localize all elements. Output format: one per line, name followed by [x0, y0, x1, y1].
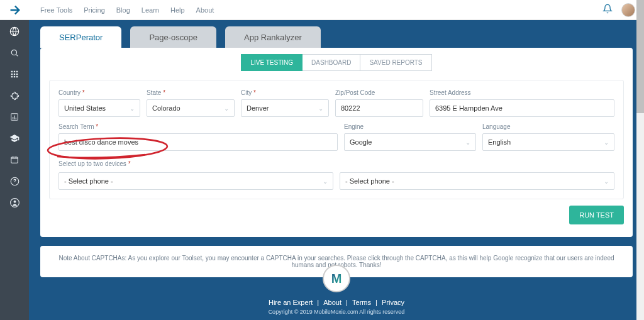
chevron-down-icon: ⌄ [323, 178, 328, 185]
question-icon[interactable] [9, 176, 19, 186]
top-bar: Free Tools Pricing Blog Learn Help About [0, 0, 644, 20]
chevron-down-icon: ⌄ [130, 105, 135, 112]
top-nav: Free Tools Pricing Blog Learn Help About [40, 6, 214, 14]
svg-rect-10 [16, 76, 18, 77]
footer-logo: M [323, 265, 350, 292]
search-term-input[interactable] [58, 133, 338, 151]
svg-rect-5 [11, 74, 13, 75]
svg-point-18 [13, 200, 16, 202]
subtab-dashboard[interactable]: DASHBOARD [303, 54, 360, 71]
scrollbar[interactable] [636, 0, 644, 320]
svg-rect-6 [14, 74, 15, 75]
language-label: Language [482, 123, 614, 130]
svg-rect-13 [14, 116, 14, 119]
devices-label: Select up to two devices * [58, 160, 131, 167]
search-icon[interactable] [9, 48, 19, 58]
street-label: Street Address [430, 89, 614, 96]
top-nav-help[interactable]: Help [170, 6, 185, 14]
grid-icon[interactable] [9, 69, 19, 79]
footer-link-hire[interactable]: Hire an Expert [269, 299, 313, 306]
bell-icon[interactable] [602, 4, 613, 16]
grad-cap-icon[interactable] [9, 133, 19, 143]
form-panel: Country * United States⌄ State * Colorad… [49, 80, 624, 199]
device1-select[interactable]: - Select phone -⌄ [58, 172, 333, 190]
svg-rect-3 [14, 71, 15, 72]
svg-rect-14 [16, 118, 16, 119]
top-nav-learn[interactable]: Learn [142, 6, 159, 14]
svg-rect-2 [11, 71, 13, 72]
tab-serperator[interactable]: SERPerator [40, 26, 121, 48]
panel: LIVE TESTING DASHBOARD SAVED REPORTS Cou… [40, 48, 633, 237]
globe-icon[interactable] [9, 26, 19, 36]
footer-link-privacy[interactable]: Privacy [382, 299, 404, 306]
sub-tabs: LIVE TESTING DASHBOARD SAVED REPORTS [40, 54, 633, 71]
svg-rect-15 [11, 157, 18, 163]
chevron-down-icon: ⌄ [318, 105, 323, 112]
svg-rect-9 [14, 76, 15, 77]
user-icon[interactable] [9, 197, 19, 207]
scrollbar-thumb[interactable] [636, 0, 644, 113]
zip-label: Zip/Post Code [335, 89, 423, 96]
chevron-down-icon: ⌄ [465, 139, 470, 146]
svg-rect-4 [16, 71, 18, 72]
svg-rect-7 [16, 74, 18, 75]
zip-input[interactable] [335, 99, 423, 117]
device2-select[interactable]: - Select phone -⌄ [340, 172, 614, 190]
avatar[interactable] [621, 3, 635, 17]
chevron-down-icon: ⌄ [224, 105, 229, 112]
top-nav-free-tools[interactable]: Free Tools [40, 6, 72, 14]
chart-icon[interactable] [9, 112, 19, 122]
main-area: SERPerator Page-oscope App Rankalyzer LI… [29, 20, 644, 320]
subtab-saved-reports[interactable]: SAVED REPORTS [360, 54, 431, 71]
tab-page-oscope[interactable]: Page-oscope [130, 26, 216, 48]
puzzle-icon[interactable] [9, 91, 19, 101]
search-term-label: Search Term * [58, 123, 338, 130]
subtab-live-testing[interactable]: LIVE TESTING [241, 54, 303, 71]
tab-app-rankalyzer[interactable]: App Rankalyzer [225, 26, 321, 48]
state-select[interactable]: Colorado⌄ [147, 99, 235, 117]
svg-rect-8 [11, 76, 13, 77]
city-select[interactable]: Denver⌄ [241, 99, 329, 117]
country-select[interactable]: United States⌄ [58, 99, 140, 117]
svg-rect-12 [13, 117, 13, 119]
top-nav-about[interactable]: About [196, 6, 214, 14]
top-nav-pricing[interactable]: Pricing [84, 6, 105, 14]
footer-links: Hire an Expert | About | Terms | Privacy [29, 299, 644, 306]
language-select[interactable]: English⌄ [482, 133, 614, 151]
state-label: State * [147, 89, 235, 96]
side-rail [0, 20, 29, 320]
engine-select[interactable]: Google⌄ [344, 133, 476, 151]
calendar-icon[interactable] [9, 155, 19, 165]
country-label: Country * [58, 89, 140, 96]
top-nav-blog[interactable]: Blog [116, 6, 130, 14]
tool-tabs: SERPerator Page-oscope App Rankalyzer [29, 26, 644, 48]
logo-arrow-icon[interactable] [0, 0, 29, 20]
footer-link-terms[interactable]: Terms [352, 299, 371, 306]
run-test-button[interactable]: RUN TEST [569, 206, 624, 224]
footer-copyright: Copyright © 2019 MobileMoxie.com All rig… [29, 309, 644, 315]
svg-point-1 [11, 50, 16, 55]
street-input[interactable] [430, 99, 614, 117]
chevron-down-icon: ⌄ [604, 139, 609, 146]
footer-link-about[interactable]: About [323, 299, 341, 306]
engine-label: Engine [344, 123, 476, 130]
chevron-down-icon: ⌄ [604, 178, 609, 185]
city-label: City * [241, 89, 329, 96]
footer: M Hire an Expert | About | Terms | Priva… [29, 262, 644, 320]
